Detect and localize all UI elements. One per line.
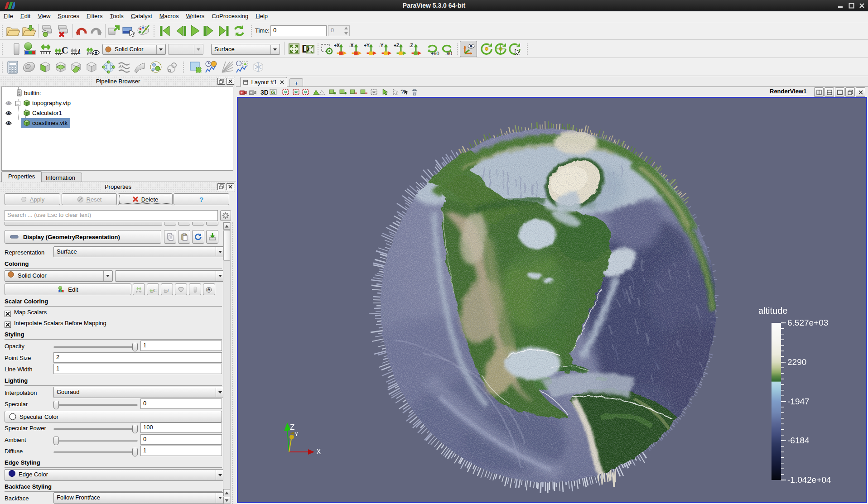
svg-text:Z: Z <box>290 423 294 432</box>
svg-text:-1.042e+04: -1.042e+04 <box>787 475 831 485</box>
svg-text:X: X <box>316 448 321 456</box>
svg-text:altitude: altitude <box>758 306 788 316</box>
svg-text:-X: -X <box>349 43 353 48</box>
svg-text:-1947: -1947 <box>787 397 810 406</box>
svg-text:e: e <box>207 287 210 292</box>
svg-text:+Z: +Z <box>394 43 399 48</box>
svg-text:Y: Y <box>294 431 299 437</box>
svg-text:-Z: -Z <box>409 43 413 48</box>
svg-text:-6184: -6184 <box>787 436 810 445</box>
svg-text:2290: 2290 <box>787 357 806 367</box>
svg-text:6.527e+03: 6.527e+03 <box>787 318 828 327</box>
svg-text:+X: +X <box>334 43 340 48</box>
svg-text:-Y: -Y <box>379 43 383 48</box>
svg-text:+Y: +Y <box>364 43 370 48</box>
